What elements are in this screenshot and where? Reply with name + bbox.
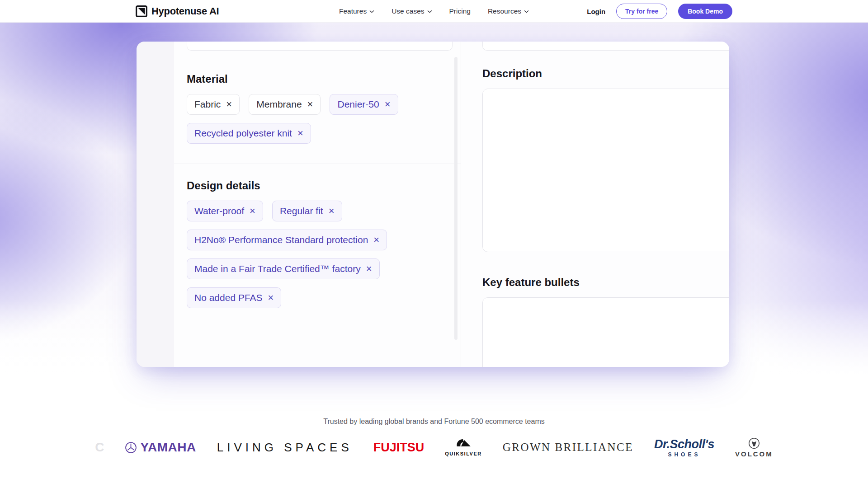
brand-logo-partial: C <box>95 440 104 455</box>
yamaha-tuning-fork-icon <box>125 441 137 454</box>
tag-regular-fit: Regular fit × <box>272 201 342 221</box>
tag-water-proof: Water-proof × <box>187 201 263 221</box>
nav-resources[interactable]: Resources <box>488 7 529 15</box>
login-link[interactable]: Login <box>587 8 605 15</box>
tag-fair-trade-factory: Made in a Fair Trade Certified™ factory … <box>187 258 380 279</box>
description-heading: Description <box>482 67 542 80</box>
remove-tag-icon[interactable]: × <box>268 293 274 303</box>
logo[interactable]: Hypotenuse AI <box>136 5 219 17</box>
tag-fabric: Fabric × <box>187 94 240 115</box>
remove-tag-icon[interactable]: × <box>366 264 372 274</box>
remove-tag-icon[interactable]: × <box>226 99 232 109</box>
remove-tag-icon[interactable]: × <box>297 128 303 138</box>
remove-tag-icon[interactable]: × <box>329 206 335 216</box>
nav-features[interactable]: Features <box>339 7 374 15</box>
key-feature-bullets-heading: Key feature bullets <box>482 276 580 289</box>
nav-resources-label: Resources <box>488 7 521 15</box>
nav-use-cases-label: Use cases <box>392 7 424 15</box>
tag-label: Membrane <box>256 99 302 110</box>
chevron-down-icon <box>427 10 432 13</box>
volcom-logo: VOLCOM <box>735 437 773 458</box>
tag-h2no-protection: H2No® Performance Standard protection × <box>187 230 387 250</box>
quiksilver-mountain-wave-icon <box>455 439 472 451</box>
living-spaces-logo: LIVING SPACES <box>217 441 353 455</box>
dr-scholls-shoes-label: SHOES <box>668 451 700 458</box>
attributes-panel: Material Fabric × Membrane × Denier-50 ×… <box>174 42 461 367</box>
grown-brilliance-logo: GROWN BRILLIANCE <box>503 441 633 454</box>
chevron-down-icon <box>524 10 529 13</box>
design-details-tags: Water-proof × Regular fit × H2No® Perfor… <box>187 201 453 308</box>
clipped-input-box[interactable] <box>482 42 729 51</box>
book-demo-button[interactable]: Book Demo <box>678 4 732 19</box>
dr-scholls-logo: Dr.Scholl's SHOES <box>654 437 714 458</box>
product-editor-card: Material Fabric × Membrane × Denier-50 ×… <box>137 42 729 367</box>
remove-tag-icon[interactable]: × <box>307 99 313 109</box>
tag-label: Denier-50 <box>337 99 379 110</box>
volcom-stone-icon <box>748 437 760 449</box>
material-tags: Fabric × Membrane × Denier-50 × Recycled… <box>187 94 453 144</box>
hypotenuse-logo-icon <box>136 5 147 17</box>
tag-label: Fabric <box>194 99 221 110</box>
logo-text: Hypotenuse AI <box>151 5 219 17</box>
remove-tag-icon[interactable]: × <box>250 206 255 216</box>
key-feature-bullets-textarea[interactable] <box>482 297 729 367</box>
volcom-wordmark: VOLCOM <box>735 450 773 458</box>
nav-pricing[interactable]: Pricing <box>449 7 471 15</box>
clipped-input-box[interactable] <box>187 42 453 51</box>
nav-features-label: Features <box>339 7 367 15</box>
tag-label: Made in a Fair Trade Certified™ factory <box>194 263 361 275</box>
remove-tag-icon[interactable]: × <box>385 99 391 109</box>
tag-label: H2No® Performance Standard protection <box>194 234 368 246</box>
page: Hypotenuse AI Features Use cases Pricing… <box>0 0 868 493</box>
try-for-free-button[interactable]: Try for free <box>616 4 667 19</box>
yamaha-wordmark: YAMAHA <box>140 440 196 455</box>
tag-denier-50: Denier-50 × <box>330 94 398 115</box>
nav-use-cases[interactable]: Use cases <box>392 7 432 15</box>
brand-logos-row: C YAMAHA LIVING SPACES FUJITSU QUIKSILVE… <box>0 433 868 462</box>
tag-membrane: Membrane × <box>249 94 321 115</box>
design-details-heading: Design details <box>187 179 260 193</box>
header-actions: Login Try for free Book Demo <box>587 0 732 23</box>
dr-scholls-wordmark: Dr.Scholl's <box>654 437 714 451</box>
top-navbar: Hypotenuse AI Features Use cases Pricing… <box>0 0 868 23</box>
yamaha-logo: YAMAHA <box>125 440 196 455</box>
trusted-by-text: Trusted by leading global brands and For… <box>0 418 868 426</box>
output-panel: Description Key feature bullets <box>462 42 729 367</box>
chevron-down-icon <box>369 10 374 13</box>
scrollbar[interactable] <box>454 57 458 340</box>
tag-no-added-pfas: No added PFAS × <box>187 287 281 308</box>
tag-label: Water-proof <box>194 205 244 217</box>
fujitsu-logo: FUJITSU <box>373 441 425 455</box>
remove-tag-icon[interactable]: × <box>373 235 379 245</box>
description-textarea[interactable] <box>482 89 729 252</box>
quiksilver-logo: QUIKSILVER <box>445 439 481 456</box>
card-side-strip <box>137 42 174 367</box>
divider <box>174 59 461 59</box>
tag-recycled-polyester-knit: Recycled polyester knit × <box>187 123 311 144</box>
quiksilver-wordmark: QUIKSILVER <box>445 451 481 456</box>
divider <box>174 164 461 164</box>
tag-label: No added PFAS <box>194 292 263 304</box>
tag-label: Recycled polyester knit <box>194 127 292 139</box>
nav-pricing-label: Pricing <box>449 7 471 15</box>
material-heading: Material <box>187 72 228 86</box>
tag-label: Regular fit <box>280 205 323 217</box>
main-nav: Features Use cases Pricing Resources <box>339 0 529 23</box>
